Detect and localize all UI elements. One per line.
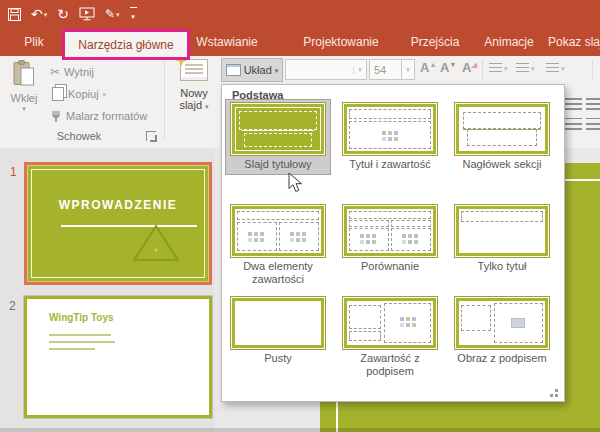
- overbar: [130, 7, 137, 8]
- separator: [482, 60, 483, 80]
- chevron-down-icon: ▾: [406, 66, 410, 73]
- window-bottom-shadow: [0, 428, 600, 432]
- slide-number: 1: [10, 165, 17, 179]
- layout-option-slajd-tytulowy[interactable]: Slajd tytułowy: [226, 100, 330, 174]
- font-size-combo[interactable]: 54: [369, 59, 402, 80]
- numbered-list-icon: [516, 63, 529, 74]
- line-spacing-button[interactable]: [565, 118, 582, 133]
- layout-option-tytul-i-zawartosc[interactable]: Tytuł i zawartość: [338, 100, 442, 174]
- layout-option-dwa-elementy-zawartosci[interactable]: Dwa elementy zawartości: [226, 202, 330, 289]
- chevron-down-icon: ▾: [504, 65, 508, 72]
- clear-formatting-button[interactable]: A◢: [462, 60, 477, 75]
- bullets-button[interactable]: ▾: [489, 63, 508, 74]
- start-slideshow-button[interactable]: [79, 7, 95, 21]
- layout-option-label: Nagłówek sekcji: [452, 158, 552, 171]
- tab-label: Narzędzia główne: [78, 38, 173, 52]
- cut-button[interactable]: ✂ Wytnij: [50, 63, 94, 81]
- font-name-combo[interactable]: ▾: [285, 59, 367, 80]
- columns-lines-icon: [586, 118, 600, 131]
- bullet-list-icon: [489, 63, 502, 74]
- font-size-value: 54: [370, 64, 386, 76]
- undo-icon: ↶: [31, 7, 43, 21]
- format-painter-button[interactable]: Malarz formatów: [50, 107, 147, 125]
- tab-pokaz-slajdow[interactable]: Pokaz slajdów: [548, 28, 600, 56]
- scissors-icon: ✂: [50, 65, 60, 79]
- slide-2-title: WingTip Toys: [49, 312, 114, 323]
- save-button[interactable]: [8, 8, 21, 21]
- format-painter-icon: [50, 110, 62, 122]
- layout-option-label: Slajd tytułowy: [228, 158, 328, 171]
- copy-icon: [52, 87, 64, 101]
- separator: [592, 60, 593, 80]
- shrink-font-button[interactable]: A▼: [440, 60, 456, 75]
- layout-option-label: Zawartość z podpisem: [340, 352, 440, 378]
- format-painter-label: Malarz formatów: [66, 110, 147, 122]
- paste-label: Wklej: [5, 92, 43, 104]
- layout-option-label: Dwa elementy zawartości: [228, 260, 328, 286]
- align-lines-icon: [565, 98, 582, 111]
- bullet-line: [49, 348, 95, 350]
- layout-option-label: Porównanie: [340, 260, 440, 273]
- customize-qat-button[interactable]: ▾: [130, 7, 137, 21]
- font-size-dropdown[interactable]: ▾: [401, 59, 415, 80]
- align-center-button[interactable]: [586, 98, 600, 113]
- new-slide-button[interactable]: Nowy slajd ▾: [170, 59, 218, 141]
- layout-button-label: Układ: [244, 64, 272, 76]
- quick-access-toolbar: ↶ ▾ ↻ ✎ ▾ ▾: [8, 2, 137, 26]
- bullet-line: [49, 341, 115, 343]
- columns-button[interactable]: [586, 118, 600, 133]
- new-slide-label-2: slajd ▾: [170, 99, 218, 111]
- layout-option-label: Tylko tytuł: [452, 260, 552, 273]
- slideshow-icon: [79, 7, 95, 21]
- layout-option-naglowek-sekcji[interactable]: Nagłówek sekcji: [450, 100, 554, 174]
- chevron-down-icon: ▾: [103, 91, 107, 98]
- chevron-down-icon: ▾: [275, 67, 279, 74]
- list-options-button[interactable]: ▾: [546, 63, 565, 74]
- layout-option-tylko-tytul[interactable]: Tylko tytuł: [450, 202, 554, 276]
- chevron-down-icon: ▾: [5, 105, 43, 112]
- chevron-down-icon: ▾: [353, 66, 366, 74]
- chevron-down-icon: ▾: [131, 13, 135, 20]
- tab-narzedzia-glowne[interactable]: Narzędzia główne: [62, 29, 190, 60]
- tab-przejscia[interactable]: Przejścia: [404, 28, 466, 56]
- copy-label: Kopiuj: [68, 88, 99, 100]
- copy-button[interactable]: Kopiuj ▾: [50, 85, 106, 103]
- grow-font-button[interactable]: A▲: [420, 60, 436, 75]
- multilevel-list-icon: [546, 63, 559, 74]
- layout-option-pusty[interactable]: Pusty: [226, 294, 330, 368]
- slide-number: 2: [9, 299, 16, 313]
- chevron-down-icon: ▾: [531, 65, 535, 72]
- slide-thumbnail-2[interactable]: WingTip Toys: [24, 296, 212, 418]
- pen-icon: ✎: [105, 7, 115, 21]
- tab-plik[interactable]: Plik: [14, 28, 54, 56]
- chevron-down-icon: ▾: [44, 11, 48, 18]
- layout-option-zawartosc-z-podpisem[interactable]: Zawartość z podpisem: [338, 294, 442, 381]
- tab-animacje[interactable]: Animacje: [478, 28, 540, 56]
- layout-option-label: Pusty: [228, 352, 328, 365]
- tab-wstawianie[interactable]: Wstawianie: [194, 28, 260, 56]
- layout-option-obraz-z-podpisem[interactable]: Obraz z podpisem: [450, 294, 554, 368]
- slide-thumbnail-1[interactable]: WPROWADZENIE: [24, 162, 212, 285]
- picture-icon: [511, 318, 525, 328]
- layout-gallery-menu: Podstawa Slajd tytułowy Tytuł i zawartoś…: [221, 84, 565, 402]
- mouse-cursor-icon: [288, 172, 304, 193]
- align-left-button[interactable]: [565, 98, 582, 113]
- spacing-lines-icon: [565, 118, 582, 131]
- repeat-button[interactable]: ↻: [57, 7, 69, 21]
- cut-label: Wytnij: [64, 66, 94, 78]
- chevron-down-icon: ▾: [116, 11, 120, 18]
- undo-button[interactable]: ↶ ▾: [31, 7, 47, 21]
- layout-button[interactable]: Układ ▾: [221, 58, 283, 82]
- ink-tools-button[interactable]: ✎ ▾: [105, 7, 120, 21]
- numbering-button[interactable]: ▾: [516, 63, 535, 74]
- repeat-icon: ↻: [57, 7, 69, 21]
- clipboard-dialog-launcher[interactable]: [146, 131, 156, 141]
- layout-option-porownanie[interactable]: Porównanie: [338, 202, 442, 276]
- save-icon: [8, 8, 21, 21]
- clipboard-group-label: Schowek: [0, 130, 158, 142]
- tab-projektowanie[interactable]: Projektowanie: [296, 28, 386, 56]
- powerpoint-window: ↶ ▾ ↻ ✎ ▾ ▾ Plik Narzędzia głów: [0, 0, 600, 432]
- menu-resize-grip[interactable]: [555, 389, 558, 392]
- layout-option-label: Obraz z podpisem: [452, 352, 552, 365]
- new-slide-label-1: Nowy: [170, 87, 218, 99]
